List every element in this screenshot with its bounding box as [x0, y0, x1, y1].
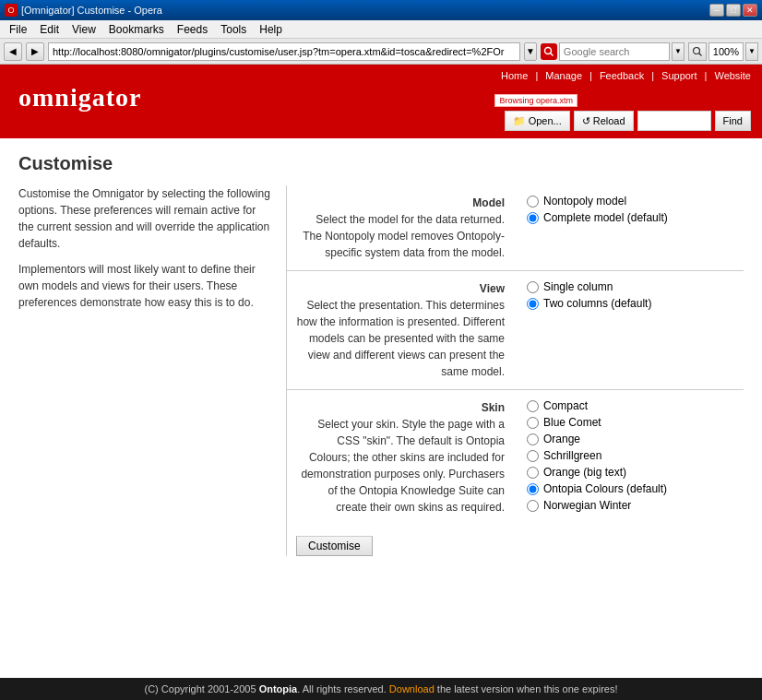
maximize-button[interactable]: □ — [726, 4, 741, 17]
footer-text-end: the latest version when this one expires… — [435, 683, 618, 694]
skin-option-compact[interactable]: Compact — [527, 399, 744, 412]
zoom-dropdown-button[interactable]: ▼ — [745, 42, 758, 61]
window-controls[interactable]: – □ ✕ — [709, 4, 757, 17]
address-dropdown-button[interactable]: ▼ — [524, 42, 537, 61]
menu-tools[interactable]: Tools — [215, 22, 252, 37]
model-option-nontopoly[interactable]: Nontopoly model — [527, 195, 744, 208]
view-desc-text: Select the presentation. This determines… — [297, 299, 505, 378]
reload-icon: ↺ — [582, 115, 590, 127]
skin-compact-label: Compact — [543, 399, 588, 412]
model-radio-complete[interactable] — [527, 212, 539, 224]
addressbar: ◀ ▶ ▼ ▼ 100% ▼ — [0, 39, 762, 65]
skin-radio-schrillgreen[interactable] — [527, 450, 539, 462]
header-toolbar: 📁 Open... ↺ Reload Find — [505, 111, 751, 131]
model-desc-text: Select the model for the data returned. … — [303, 213, 505, 259]
right-panel: Model Select the model for the data retu… — [286, 185, 744, 556]
zoom-button[interactable] — [688, 42, 707, 61]
search-input[interactable] — [559, 42, 670, 61]
menu-help[interactable]: Help — [254, 22, 288, 37]
site-logo: omnigator — [18, 83, 141, 113]
back-button[interactable]: ◀ — [4, 42, 22, 61]
skin-option-orange[interactable]: Orange — [527, 433, 744, 445]
header-home-link[interactable]: Home — [501, 70, 528, 81]
view-two-label: Two columns (default) — [543, 297, 651, 310]
svg-point-0 — [544, 47, 551, 53]
view-description: View Select the presentation. This deter… — [287, 280, 518, 380]
skin-option-orange-big[interactable]: Orange (big text) — [527, 466, 744, 479]
view-section: View Select the presentation. This deter… — [287, 271, 744, 390]
skin-radio-norwegian[interactable] — [527, 500, 539, 512]
reload-button[interactable]: ↺ Reload — [574, 111, 634, 131]
footer-text-after: . All rights reserved. — [297, 683, 389, 694]
search-box-wrapper: ▼ — [541, 42, 685, 61]
intro-paragraph-2: Implementors will most likely want to de… — [18, 261, 271, 311]
svg-point-2 — [693, 47, 699, 53]
find-input[interactable] — [637, 111, 711, 131]
model-complete-label: Complete model (default) — [543, 211, 668, 224]
skin-radio-orange[interactable] — [527, 433, 539, 445]
view-option-two[interactable]: Two columns (default) — [527, 297, 744, 310]
page-content: Customise Customise the Omnigator by sel… — [0, 138, 762, 575]
header-support-link[interactable]: Support — [661, 70, 697, 81]
skin-radio-compact[interactable] — [527, 400, 539, 412]
intro-paragraph-1: Customise the Omnigator by selecting the… — [18, 185, 271, 252]
skin-option-norwegian[interactable]: Norwegian Winter — [527, 499, 744, 512]
svg-line-3 — [698, 53, 701, 55]
zoom-box: 100% ▼ — [688, 42, 758, 61]
view-option-single[interactable]: Single column — [527, 280, 744, 293]
skin-blue-comet-label: Blue Comet — [543, 416, 601, 429]
view-single-label: Single column — [543, 280, 613, 293]
minimize-button[interactable]: – — [709, 4, 724, 17]
menu-view[interactable]: View — [66, 22, 101, 37]
browsing-label: Browsing opera.xtm — [494, 94, 577, 107]
footer-bold: Ontopia — [259, 683, 298, 694]
view-radio-single[interactable] — [527, 281, 539, 293]
menubar: File Edit View Bookmarks Feeds Tools Hel… — [0, 20, 762, 39]
customise-submit-button[interactable]: Customise — [296, 536, 373, 556]
view-options: Single column Two columns (default) — [518, 280, 744, 380]
model-radio-nontopoly[interactable] — [527, 196, 539, 208]
close-button[interactable]: ✕ — [743, 4, 757, 17]
menu-file[interactable]: File — [4, 22, 32, 37]
footer-download-link[interactable]: Download — [389, 683, 435, 694]
model-option-complete[interactable]: Complete model (default) — [527, 211, 744, 224]
model-description: Model Select the model for the data retu… — [287, 195, 518, 261]
svg-line-1 — [550, 53, 553, 55]
view-label: View — [480, 282, 505, 295]
header-feedback-link[interactable]: Feedback — [600, 70, 644, 81]
skin-label: Skin — [482, 401, 505, 414]
find-button[interactable]: Find — [715, 111, 751, 131]
menu-feeds[interactable]: Feeds — [172, 22, 213, 37]
skin-option-ontopia[interactable]: Ontopia Colours (default) — [527, 482, 744, 495]
header-manage-link[interactable]: Manage — [545, 70, 582, 81]
skin-option-blue-comet[interactable]: Blue Comet — [527, 416, 744, 429]
skin-radio-ontopia[interactable] — [527, 483, 539, 495]
site-footer: (C) Copyright 2001-2005 Ontopia. All rig… — [0, 678, 762, 700]
model-label: Model — [472, 196, 505, 209]
browser-content: Home | Manage | Feedback | Support | Web… — [0, 65, 762, 700]
footer-text-before: (C) Copyright 2001-2005 — [145, 683, 259, 694]
address-input[interactable] — [48, 42, 520, 61]
zoom-level: 100% — [708, 42, 744, 61]
page-title: Customise — [18, 153, 744, 174]
menu-bookmarks[interactable]: Bookmarks — [103, 22, 170, 37]
header-website-link[interactable]: Website — [714, 70, 751, 81]
skin-section: Skin Select your skin. Style the page wi… — [287, 390, 744, 525]
open-button[interactable]: 📁 Open... — [505, 111, 570, 131]
skin-desc-text: Select your skin. Style the page with a … — [301, 418, 505, 514]
header-nav: Home | Manage | Feedback | Support | Web… — [0, 65, 762, 83]
menu-edit[interactable]: Edit — [34, 22, 65, 37]
skin-ontopia-label: Ontopia Colours (default) — [543, 482, 667, 495]
left-panel: Customise the Omnigator by selecting the… — [18, 185, 286, 556]
view-radio-two[interactable] — [527, 298, 539, 310]
window-title: [Omnigator] Customise - Opera — [21, 5, 162, 16]
model-options: Nontopoly model Complete model (default) — [518, 195, 744, 261]
skin-radio-blue-comet[interactable] — [527, 417, 539, 429]
skin-option-schrillgreen[interactable]: Schrillgreen — [527, 449, 744, 462]
skin-orange-label: Orange — [543, 433, 580, 445]
search-dropdown-button[interactable]: ▼ — [672, 42, 685, 61]
forward-button[interactable]: ▶ — [26, 42, 44, 61]
app-icon: O — [5, 4, 18, 17]
model-nontopoly-label: Nontopoly model — [543, 195, 626, 208]
skin-radio-orange-big[interactable] — [527, 467, 539, 479]
